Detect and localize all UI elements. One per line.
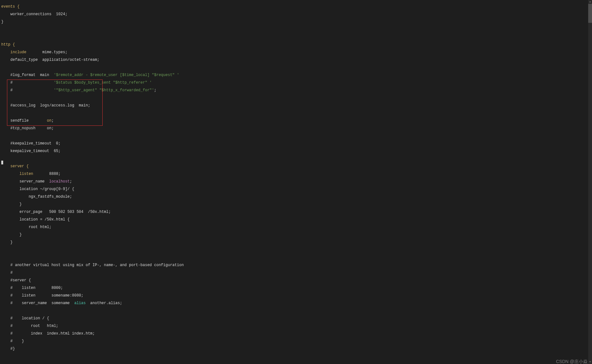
code-line: include mime.types;	[1, 50, 587, 54]
code-text: listen	[20, 172, 33, 176]
code-line	[1, 248, 587, 252]
code-text: # server_name somename	[1, 301, 74, 305]
code-line: # server_name somename alias another.ali…	[1, 301, 587, 305]
code-line: #}	[1, 347, 587, 351]
code-text	[33, 172, 49, 176]
code-text: 504	[77, 210, 84, 214]
code-text: localhost	[49, 179, 70, 184]
code-line	[1, 134, 587, 138]
code-text: # another virtual host using mix of IP-,…	[1, 263, 184, 267]
code-line: #log_format main '$remote_addr - $remote…	[1, 73, 587, 77]
code-line: #keepalive_timeout 0;	[1, 142, 587, 145]
code-text: server {	[1, 164, 29, 169]
code-text: # listen 8000;	[1, 286, 63, 290]
code-line	[1, 309, 587, 313]
code-text: #	[1, 80, 54, 85]
code-text: ;	[154, 88, 156, 93]
code-line	[1, 256, 587, 259]
code-text: alias	[74, 301, 86, 305]
code-line: }	[1, 233, 587, 237]
code-line: location ~/group[0-9]/ {	[1, 187, 587, 191]
code-text: error_page	[1, 210, 49, 214]
code-text: }	[1, 20, 3, 24]
code-line: listen 8888;	[1, 172, 587, 176]
code-text	[74, 210, 76, 214]
scroll-down-arrow-icon[interactable]: ▾	[588, 360, 592, 364]
code-text: another.alias;	[86, 301, 122, 305]
text-cursor	[1, 161, 3, 164]
code-line: error_page 500 502 503 504 /50x.html;	[1, 210, 587, 214]
code-text: ;	[70, 179, 72, 184]
code-text: #	[1, 271, 13, 275]
code-text: keepalive_timeout	[1, 149, 54, 153]
code-text: ;	[58, 149, 60, 153]
code-text: #log_format main	[1, 73, 54, 77]
code-text: # location / {	[1, 316, 49, 321]
code-line	[1, 354, 587, 358]
code-line	[1, 96, 587, 100]
code-text: #access_log logs/access.log main;	[1, 103, 90, 108]
code-text: http {	[1, 42, 15, 47]
code-line: }	[1, 240, 587, 244]
code-line: default_type application/octet-stream;	[1, 58, 587, 62]
code-line: #	[1, 271, 587, 275]
code-line: # location / {	[1, 316, 587, 320]
code-text: include	[10, 50, 26, 54]
code-text: sendfile	[1, 118, 47, 123]
code-line	[1, 35, 587, 39]
code-line: # '"$http_user_agent" "$http_x_forwarded…	[1, 88, 587, 92]
code-line: location = /50x.html {	[1, 218, 587, 221]
code-text: ngx_fastdfs_module;	[1, 195, 72, 199]
code-text: default_type application/octet-stream;	[1, 58, 99, 62]
code-text: }	[1, 240, 13, 245]
code-line: # listen 8000;	[1, 286, 587, 290]
code-line: keepalive_timeout 65;	[1, 149, 587, 153]
scrollbar-thumb[interactable]	[588, 4, 592, 23]
code-text: # root html;	[1, 324, 58, 328]
code-text: ;	[65, 12, 67, 16]
code-text: '$remote_addr - $remote_user [$time_loca…	[54, 73, 179, 77]
code-line: #server {	[1, 278, 587, 282]
code-text: # }	[1, 339, 24, 343]
code-text: root html;	[1, 225, 51, 229]
code-text: }	[1, 233, 22, 237]
code-text: 502	[58, 210, 65, 214]
code-text: #keepalive_timeout 0;	[1, 141, 60, 146]
code-line: #tcp_nopush on;	[1, 126, 587, 130]
code-text: #	[1, 88, 54, 93]
code-text: # listen somename:8080;	[1, 293, 83, 298]
code-line: # another virtual host using mix of IP-,…	[1, 263, 587, 267]
code-line	[1, 28, 587, 31]
code-editor[interactable]: events { worker_connections 1024; } http…	[0, 0, 588, 364]
code-text	[1, 172, 20, 176]
code-line	[1, 111, 587, 115]
code-text: #server {	[1, 278, 31, 283]
code-text: 65	[54, 149, 58, 153]
code-line: server {	[1, 164, 587, 168]
code-line: events {	[1, 5, 587, 9]
code-text: # index index.html index.htm;	[1, 331, 95, 336]
scroll-up-arrow-icon[interactable]: ▴	[588, 0, 592, 4]
code-line: }	[1, 202, 587, 206]
watermark: CSDN @庄小焱	[556, 360, 588, 363]
code-line: # root html;	[1, 324, 587, 328]
code-line: sendfile on;	[1, 119, 587, 123]
code-text: 503	[67, 210, 74, 214]
code-line: server_name localhost;	[1, 180, 587, 183]
code-line: # index index.html index.htm;	[1, 332, 587, 335]
code-line	[1, 362, 587, 364]
code-text	[56, 210, 58, 214]
code-text: }	[1, 202, 22, 207]
vertical-scrollbar[interactable]: ▴ ▾	[588, 0, 592, 364]
code-text: 8888	[49, 172, 58, 176]
code-text: location = /50x.html {	[1, 217, 70, 222]
code-text: ;	[51, 118, 54, 123]
code-text	[1, 50, 10, 54]
code-text: on	[47, 118, 51, 123]
code-text: mime.types;	[26, 50, 67, 54]
code-line: #access_log logs/access.log main;	[1, 104, 587, 107]
code-line: ngx_fastdfs_module;	[1, 195, 587, 199]
code-text: 500	[49, 210, 56, 214]
code-text	[65, 210, 67, 214]
code-text: /50x.html;	[83, 210, 111, 214]
